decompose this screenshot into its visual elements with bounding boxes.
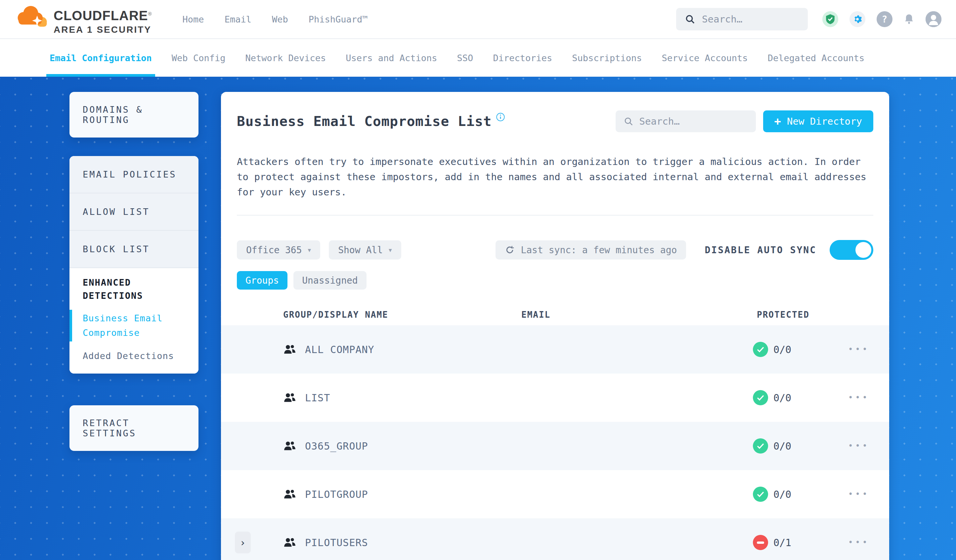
tab-web-config[interactable]: Web Config xyxy=(172,39,226,77)
cloudflare-logo: CLOUDFLARE® AREA 1 SECURITY xyxy=(15,4,152,35)
sidebar-item-allow-list[interactable]: ALLOW LIST xyxy=(69,193,198,231)
header-icons: ? xyxy=(822,11,942,27)
new-directory-button[interactable]: + New Directory xyxy=(763,110,873,132)
group-icon xyxy=(283,489,296,500)
page-description: Attackers often try to impersonate execu… xyxy=(237,154,870,200)
protected-count: 0/0 xyxy=(774,489,791,500)
nav-web[interactable]: Web xyxy=(272,14,288,25)
sidebar-item-business-email-compromise[interactable]: Business Email Compromise xyxy=(83,311,185,340)
table-row: LIST 0/0 ••• xyxy=(221,373,889,422)
tab-sso[interactable]: SSO xyxy=(457,39,473,77)
tab-service-accounts[interactable]: Service Accounts xyxy=(662,39,748,77)
plus-icon: + xyxy=(774,115,781,128)
toggle-knob xyxy=(855,242,871,258)
section-tabs: Email Configuration Web Config Network D… xyxy=(0,39,956,77)
protected-count: 0/0 xyxy=(774,344,791,355)
protected-check-icon xyxy=(753,390,768,405)
group-name: PILOTUSERS xyxy=(305,537,368,548)
expand-row-button[interactable]: › xyxy=(235,532,251,554)
protected-count: 0/1 xyxy=(774,537,791,548)
group-icon xyxy=(283,440,296,452)
sidebar-item-retract-settings[interactable]: RETRACT SETTINGS xyxy=(69,405,198,451)
directory-select[interactable]: Office 365 ▾ xyxy=(237,240,320,259)
enhanced-detections-heading: ENHANCED DETECTIONS xyxy=(83,276,185,303)
protected-check-icon xyxy=(753,342,768,357)
group-icon xyxy=(283,537,296,548)
top-nav: Home Email Web PhishGuard™ xyxy=(182,14,368,25)
protected-count: 0/0 xyxy=(774,392,791,404)
group-name: PILOTGROUP xyxy=(305,489,368,500)
group-name: O365_GROUP xyxy=(305,440,368,452)
page-background: DOMAINS & ROUTING EMAIL POLICIES ALLOW L… xyxy=(0,77,956,560)
table-row: O365_GROUP 0/0 ••• xyxy=(221,422,889,470)
divider xyxy=(237,215,873,215)
brand-subtitle: AREA 1 SECURITY xyxy=(53,25,152,35)
chevron-right-icon: › xyxy=(241,537,245,548)
tab-directories[interactable]: Directories xyxy=(493,39,552,77)
protection-status-icon[interactable] xyxy=(822,11,838,27)
disable-auto-sync-label: DISABLE AUTO SYNC xyxy=(704,245,816,256)
list-search[interactable] xyxy=(616,110,756,132)
show-filter-select[interactable]: Show All ▾ xyxy=(329,240,401,259)
table-row: ALL COMPANY 0/0 ••• xyxy=(221,325,889,373)
refresh-icon xyxy=(505,245,515,255)
sidebar-item-email-policies[interactable]: EMAIL POLICIES xyxy=(69,156,198,193)
table-header: GROUP/DISPLAY NAME EMAIL PROTECTED xyxy=(221,304,889,325)
nav-phishguard[interactable]: PhishGuard™ xyxy=(309,14,368,25)
row-menu-icon[interactable]: ••• xyxy=(848,393,870,402)
group-icon xyxy=(283,392,296,403)
registered-mark: ® xyxy=(148,11,152,16)
main-panel: Business Email Compromise List + New Dir… xyxy=(221,92,889,560)
row-menu-icon[interactable]: ••• xyxy=(848,538,870,547)
protected-check-icon xyxy=(753,438,768,453)
info-icon[interactable] xyxy=(496,112,505,122)
sidebar-policies-card: EMAIL POLICIES ALLOW LIST BLOCK LIST ENH… xyxy=(69,156,198,373)
help-icon[interactable]: ? xyxy=(877,11,893,27)
tab-network-devices[interactable]: Network Devices xyxy=(245,39,326,77)
settings-gear-icon[interactable] xyxy=(849,11,865,27)
not-protected-icon xyxy=(753,535,768,550)
sidebar-item-added-detections[interactable]: Added Detections xyxy=(83,351,185,361)
auto-sync-toggle[interactable] xyxy=(830,240,873,260)
column-protected: PROTECTED xyxy=(757,310,810,320)
chevron-down-icon: ▾ xyxy=(308,246,311,254)
search-icon xyxy=(685,14,695,25)
sidebar: DOMAINS & ROUTING EMAIL POLICIES ALLOW L… xyxy=(69,92,198,451)
row-menu-icon[interactable]: ••• xyxy=(848,345,870,354)
sidebar-item-domains-routing[interactable]: DOMAINS & ROUTING xyxy=(69,92,198,138)
table-row: PILOTGROUP 0/0 ••• xyxy=(221,470,889,518)
account-avatar-icon[interactable] xyxy=(926,11,942,27)
top-bar: CLOUDFLARE® AREA 1 SECURITY Home Email W… xyxy=(0,0,956,39)
brand-name: CLOUDFLARE® xyxy=(53,9,152,22)
nav-email[interactable]: Email xyxy=(225,14,252,25)
tab-email-configuration[interactable]: Email Configuration xyxy=(50,39,152,77)
sidebar-section-enhanced-detections: ENHANCED DETECTIONS Business Email Compr… xyxy=(69,268,198,373)
tab-users-and-actions[interactable]: Users and Actions xyxy=(346,39,437,77)
group-name: LIST xyxy=(305,392,330,404)
column-group-display-name: GROUP/DISPLAY NAME xyxy=(283,310,388,320)
protected-check-icon xyxy=(753,486,768,502)
table-row: › PILOTUSERS 0/1 ••• xyxy=(221,518,889,560)
notifications-bell-icon[interactable] xyxy=(904,14,914,25)
group-name: ALL COMPANY xyxy=(305,344,374,355)
chevron-down-icon: ▾ xyxy=(389,246,392,254)
search-icon xyxy=(624,116,634,126)
row-menu-icon[interactable]: ••• xyxy=(848,489,870,499)
view-tab-groups[interactable]: Groups xyxy=(237,271,288,290)
last-sync-button[interactable]: Last sync: a few minutes ago xyxy=(495,240,686,259)
tab-subscriptions[interactable]: Subscriptions xyxy=(572,39,642,77)
group-icon xyxy=(283,344,296,355)
view-tab-unassigned[interactable]: Unassigned xyxy=(293,271,366,290)
tab-delegated-accounts[interactable]: Delegated Accounts xyxy=(768,39,865,77)
column-email: EMAIL xyxy=(521,310,550,320)
sidebar-item-block-list[interactable]: BLOCK LIST xyxy=(69,231,198,268)
row-menu-icon[interactable]: ••• xyxy=(848,441,870,450)
global-search-input[interactable] xyxy=(702,14,799,25)
page-title: Business Email Compromise List xyxy=(237,113,492,129)
cloudflare-cloud-icon xyxy=(15,4,50,31)
protected-count: 0/0 xyxy=(774,440,791,452)
list-search-input[interactable] xyxy=(640,116,748,127)
global-search[interactable] xyxy=(676,8,808,30)
view-tabs: Groups Unassigned xyxy=(237,271,873,290)
nav-home[interactable]: Home xyxy=(182,14,204,25)
